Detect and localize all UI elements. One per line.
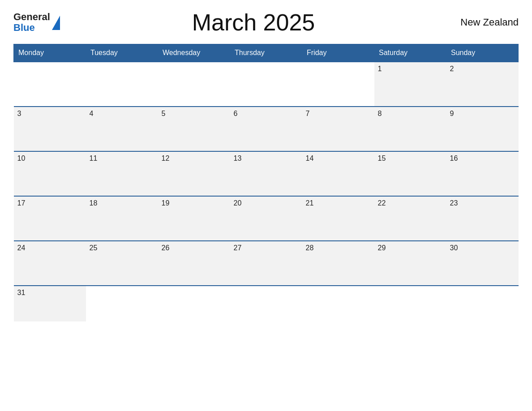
logo-text: General Blue (13, 12, 50, 33)
day-number: 23 (450, 199, 458, 207)
calendar-day-cell: 26 (158, 241, 230, 286)
country-label: New Zealand (447, 17, 519, 28)
day-number: 3 (17, 110, 21, 117)
calendar-day-cell (158, 62, 230, 107)
page-title: March 2025 (60, 9, 447, 36)
calendar-day-cell: 22 (374, 196, 446, 241)
calendar-week-row: 10111213141516 (14, 151, 519, 196)
calendar-day-cell: 17 (14, 196, 86, 241)
calendar-day-cell (230, 286, 302, 321)
calendar-day-cell: 19 (158, 196, 230, 241)
calendar-week-row: 31 (14, 286, 519, 321)
calendar-day-cell: 25 (86, 241, 158, 286)
day-number: 19 (162, 199, 170, 207)
calendar-day-cell: 28 (302, 241, 374, 286)
calendar-day-cell: 1 (374, 62, 446, 107)
calendar-day-cell: 5 (158, 107, 230, 151)
day-number: 9 (450, 110, 454, 117)
calendar-day-cell: 3 (14, 107, 86, 151)
day-number: 15 (378, 154, 386, 162)
calendar-day-cell (302, 286, 374, 321)
calendar-day-cell (86, 286, 158, 321)
calendar-day-cell: 27 (230, 241, 302, 286)
day-of-week-monday: Monday (14, 44, 86, 62)
day-number: 5 (162, 110, 166, 117)
calendar-day-cell: 16 (446, 151, 519, 196)
day-number: 31 (17, 289, 26, 296)
day-number: 22 (378, 199, 386, 207)
day-number: 17 (17, 199, 26, 207)
day-number: 25 (90, 244, 98, 252)
calendar-day-cell (86, 62, 158, 107)
calendar-day-cell (230, 62, 302, 107)
calendar-day-cell: 6 (230, 107, 302, 151)
calendar-day-cell (374, 286, 446, 321)
calendar-day-cell: 23 (446, 196, 519, 241)
day-number: 13 (234, 154, 242, 162)
calendar-day-cell: 12 (158, 151, 230, 196)
day-of-week-thursday: Thursday (230, 44, 302, 62)
day-number: 12 (162, 154, 170, 162)
calendar-day-cell: 2 (446, 62, 519, 107)
calendar-day-cell: 20 (230, 196, 302, 241)
day-of-week-friday: Friday (302, 44, 374, 62)
day-number: 4 (90, 110, 94, 117)
day-number: 11 (90, 154, 98, 162)
day-of-week-wednesday: Wednesday (158, 44, 230, 62)
day-number: 27 (234, 244, 242, 252)
calendar-day-cell (14, 62, 86, 107)
day-of-week-sunday: Sunday (446, 44, 519, 62)
days-of-week-row: MondayTuesdayWednesdayThursdayFridaySatu… (14, 44, 519, 62)
day-of-week-saturday: Saturday (374, 44, 446, 62)
day-number: 14 (306, 154, 314, 162)
day-number: 29 (378, 244, 386, 252)
day-number: 20 (234, 199, 242, 207)
logo: General Blue (13, 12, 60, 33)
calendar-day-cell: 21 (302, 196, 374, 241)
calendar-day-cell: 14 (302, 151, 374, 196)
day-number: 2 (450, 65, 454, 73)
logo-general-text: General (13, 12, 50, 22)
day-number: 7 (306, 110, 310, 117)
day-number: 6 (234, 110, 238, 117)
day-number: 10 (17, 154, 26, 162)
day-number: 8 (378, 110, 382, 117)
day-number: 16 (450, 154, 458, 162)
calendar-day-cell (446, 286, 519, 321)
calendar-day-cell (302, 62, 374, 107)
logo-blue-text: Blue (13, 22, 50, 33)
logo-triangle-icon (52, 16, 60, 30)
calendar-week-row: 12 (14, 62, 519, 107)
day-number: 24 (17, 244, 26, 252)
calendar-table: MondayTuesdayWednesdayThursdayFridaySatu… (13, 44, 519, 321)
calendar-week-row: 3456789 (14, 107, 519, 151)
day-number: 28 (306, 244, 314, 252)
calendar-day-cell: 7 (302, 107, 374, 151)
day-number: 21 (306, 199, 314, 207)
calendar-day-cell: 18 (86, 196, 158, 241)
calendar-day-cell: 15 (374, 151, 446, 196)
calendar-header: MondayTuesdayWednesdayThursdayFridaySatu… (14, 44, 519, 62)
day-number: 30 (450, 244, 458, 252)
calendar-week-row: 24252627282930 (14, 241, 519, 286)
calendar-day-cell: 29 (374, 241, 446, 286)
calendar-day-cell: 24 (14, 241, 86, 286)
calendar-day-cell: 10 (14, 151, 86, 196)
page-header: General Blue March 2025 New Zealand (13, 9, 519, 36)
calendar-week-row: 17181920212223 (14, 196, 519, 241)
day-number: 18 (90, 199, 98, 207)
calendar-day-cell: 13 (230, 151, 302, 196)
calendar-day-cell: 9 (446, 107, 519, 151)
day-of-week-tuesday: Tuesday (86, 44, 158, 62)
calendar-day-cell: 8 (374, 107, 446, 151)
calendar-day-cell: 4 (86, 107, 158, 151)
day-number: 1 (378, 65, 382, 73)
calendar-day-cell (158, 286, 230, 321)
calendar-body: 1234567891011121314151617181920212223242… (14, 62, 519, 321)
day-number: 26 (162, 244, 170, 252)
calendar-day-cell: 30 (446, 241, 519, 286)
calendar-day-cell: 31 (14, 286, 86, 321)
calendar-day-cell: 11 (86, 151, 158, 196)
